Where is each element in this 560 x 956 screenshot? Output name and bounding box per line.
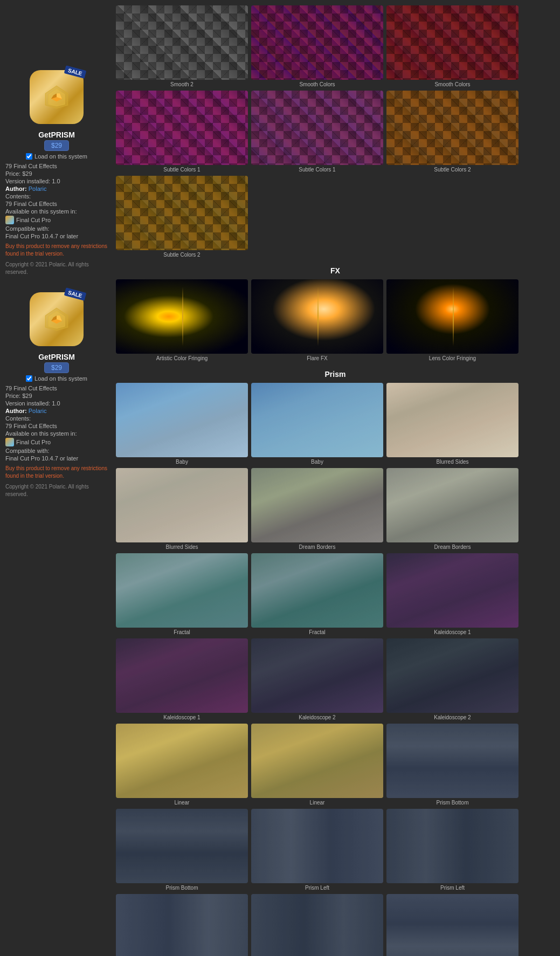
- thumb-dream1: [251, 468, 383, 542]
- diamond-pattern4: [116, 91, 248, 165]
- prism-icon-top: [43, 84, 70, 111]
- grid-row-subtle1: Subtle Colors 1 Subtle Colors 1 Subtle C…: [116, 91, 555, 173]
- grid-row-prism6: Prism Bottom Prism Left Prism Left: [116, 809, 555, 891]
- price-button-bottom[interactable]: $29: [44, 362, 69, 373]
- grid-row-prism2: Blurred Sides Dream Borders Dream Border…: [116, 468, 555, 550]
- grid-item-baby1[interactable]: Baby: [116, 383, 248, 465]
- grid-item-blurred2[interactable]: Blurred Sides: [116, 468, 248, 550]
- label-subtle2b: Subtle Colors 2: [163, 252, 200, 258]
- thumb-subtle1b: [251, 91, 383, 165]
- grid-item-smooth-colors2[interactable]: Smooth Colors: [386, 5, 518, 87]
- thumb-smooth-colors1: [251, 5, 383, 80]
- compat-value-top: Final Cut Pro 10.4.7 or later: [5, 233, 108, 239]
- grid-item-fractal1[interactable]: Fractal: [116, 553, 248, 635]
- grid-item-subtle2b[interactable]: Subtle Colors 2: [116, 176, 248, 258]
- thumb-fractal2: [251, 553, 383, 628]
- prism-overlay-right2: [251, 894, 383, 956]
- app-icon-bottom: [30, 292, 84, 346]
- load-label-bottom: Load on this system: [34, 375, 87, 382]
- grid-item-prism-right1[interactable]: Prism Right: [116, 894, 248, 956]
- grid-item-dream2[interactable]: Dream Borders: [386, 468, 518, 550]
- grid-item-baby2[interactable]: Baby: [251, 383, 383, 465]
- grid-item-linear1[interactable]: Linear: [116, 724, 248, 806]
- author-link-bottom[interactable]: Polaric: [29, 408, 47, 414]
- label-blurred2: Blurred Sides: [165, 544, 198, 550]
- grid-item-artistic[interactable]: Artistic Color Fringing: [116, 279, 248, 361]
- diamond-pattern5: [251, 91, 383, 165]
- compat-label-bottom: Compatible with:: [5, 448, 108, 454]
- grid-item-fractal2[interactable]: Fractal: [251, 553, 383, 635]
- compat-value-bottom: Final Cut Pro 10.4.7 or later: [5, 455, 108, 462]
- grid-item-linear2[interactable]: Linear: [251, 724, 383, 806]
- grid-item-kaleid1a[interactable]: Kaleidoscope 1: [386, 553, 518, 635]
- grid-item-prism-bottom2[interactable]: Prism Bottom: [116, 809, 248, 891]
- prism-overlay-dream1: [251, 468, 383, 542]
- fcp-label-top: Final Cut Pro: [16, 217, 51, 223]
- app-name-top: GetPRISM: [5, 130, 108, 139]
- prism-overlay-kaleid1a: [386, 553, 518, 628]
- label-dream2: Dream Borders: [434, 544, 471, 550]
- prism-overlay-left1: [251, 809, 383, 883]
- label-smooth-colors1: Smooth Colors: [299, 81, 335, 87]
- price-button-top[interactable]: $29: [44, 140, 69, 151]
- grid-item-prism-left2[interactable]: Prism Left: [386, 809, 518, 891]
- label-smooth-colors2: Smooth Colors: [434, 81, 470, 87]
- warning-text-bottom: Buy this product to remove any restricti…: [5, 465, 108, 480]
- label-linear2: Linear: [310, 800, 325, 806]
- thumb-subtle2b: [116, 176, 248, 250]
- grid-item-prism-right2[interactable]: Prism Right: [251, 894, 383, 956]
- prism-overlay-kaleid1b: [116, 638, 248, 713]
- grid-item-dream1[interactable]: Dream Borders: [251, 468, 383, 550]
- fcp-row-top: Final Cut Pro: [5, 216, 108, 224]
- thumb-subtle1a: [116, 91, 248, 165]
- contents-value-top: 79 Final Cut Effects: [5, 201, 108, 207]
- prism-overlay-fractal2: [251, 553, 383, 628]
- grid-item-kaleid1b[interactable]: Kaleidoscope 1: [116, 638, 248, 720]
- thumb-baby2: [251, 383, 383, 457]
- thumb-smooth2: [116, 5, 248, 80]
- label-flare: Flare FX: [307, 355, 327, 361]
- grid-item-kaleid2a[interactable]: Kaleidoscope 2: [251, 638, 383, 720]
- fx-spike-artistic: [116, 279, 248, 354]
- prism-overlay-dream2: [386, 468, 518, 542]
- grid-item-smooth-colors1[interactable]: Smooth Colors: [251, 5, 383, 87]
- grid-item-flare[interactable]: Flare FX: [251, 279, 383, 361]
- load-label-top: Load on this system: [34, 153, 87, 160]
- main-content: Smooth 2 Smooth Colors Smooth Colors Sub…: [113, 0, 560, 956]
- contents-label-bottom: Contents:: [5, 415, 108, 422]
- prism-overlay-kaleid2a: [251, 638, 383, 713]
- grid-item-smooth2[interactable]: Smooth 2: [116, 5, 248, 87]
- grid-item-subtle2a[interactable]: Subtle Colors 2: [386, 91, 518, 173]
- fx-spike-lens: [386, 279, 518, 354]
- fcp-icon-bottom: [5, 438, 14, 446]
- thumb-kaleid2a: [251, 638, 383, 713]
- label-kaleid2b: Kaleidoscope 2: [434, 714, 471, 720]
- info-section-top: 79 Final Cut Effects Price: $29 Version …: [5, 162, 108, 276]
- section-header-fx: FX: [116, 266, 555, 275]
- grid-item-subtle1b[interactable]: Subtle Colors 1: [251, 91, 383, 173]
- copyright-top: Copyright © 2021 Polaric. All rights res…: [5, 261, 108, 276]
- label-linear1: Linear: [175, 800, 190, 806]
- author-link-top[interactable]: Polaric: [29, 185, 47, 192]
- grid-item-prism-top[interactable]: Prism Top: [386, 894, 518, 956]
- grid-item-lens[interactable]: Lens Color Fringing: [386, 279, 518, 361]
- grid-item-prism-bottom1[interactable]: Prism Bottom: [386, 724, 518, 806]
- thumb-blurred2: [116, 468, 248, 542]
- grid-item-blurred1[interactable]: Blurred Sides: [386, 383, 518, 465]
- label-prism-bottom2: Prism Bottom: [165, 885, 198, 891]
- thumb-prism-left2: [386, 809, 518, 883]
- grid-item-kaleid2b[interactable]: Kaleidoscope 2: [386, 638, 518, 720]
- load-checkbox-top[interactable]: [26, 153, 32, 160]
- grid-item-subtle1a[interactable]: Subtle Colors 1: [116, 91, 248, 173]
- prism-overlay-baby1: [116, 383, 248, 457]
- load-checkbox-bottom[interactable]: [26, 375, 32, 382]
- label-kaleid2a: Kaleidoscope 2: [299, 714, 335, 720]
- thumb-kaleid1a: [386, 553, 518, 628]
- section-header-prism: Prism: [116, 370, 555, 379]
- label-subtle2a: Subtle Colors 2: [434, 167, 471, 173]
- version-info-bottom: Version installed: 1.0: [5, 400, 108, 407]
- fx-spike-flare: [251, 279, 383, 354]
- grid-item-prism-left1[interactable]: Prism Left: [251, 809, 383, 891]
- available-label-top: Available on this system in:: [5, 208, 108, 215]
- prism-overlay-blurred1: [386, 383, 518, 457]
